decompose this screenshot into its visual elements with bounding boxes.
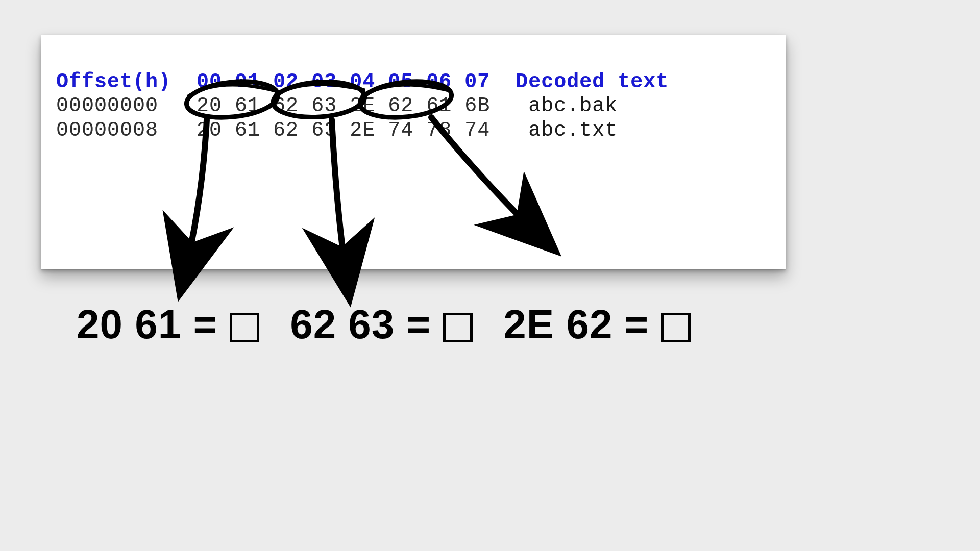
hex-byte: 63 [311,94,337,117]
hex-byte: 61 [235,94,260,117]
offset-cell: 00000000 [56,94,158,117]
hex-byte: 62 [388,94,413,117]
equation-1: 20 61 = [77,301,259,348]
placeholder-box-icon [661,313,691,342]
col-header: 01 [235,70,260,93]
col-header: 07 [464,70,490,93]
equation-lhs: 62 63 [290,302,395,347]
hex-byte: 63 [311,119,337,142]
placeholder-box-icon [443,313,473,342]
hex-byte: 62 [273,94,299,117]
equation-3: 2E 62 = [503,301,691,348]
hex-dump-panel: Offset(h) 00 01 02 03 04 05 06 07 Decode… [41,35,786,269]
decoded-header: Decoded text [516,70,669,93]
equations-row: 20 61 = 62 63 = 2E 62 = [77,301,691,348]
col-header: 00 [197,70,222,93]
col-header: 05 [388,70,413,93]
decoded-text: abc.bak [528,94,618,117]
equation-lhs: 2E 62 [503,302,612,347]
col-header: 03 [311,70,337,93]
hex-byte: 20 [197,94,222,117]
hex-byte: 6B [464,94,490,117]
diagram-stage: Offset(h) 00 01 02 03 04 05 06 07 Decode… [0,0,980,551]
hex-byte: 78 [426,119,452,142]
placeholder-box-icon [230,313,259,342]
hex-byte: 61 [235,119,260,142]
col-header: 02 [273,70,299,93]
hex-byte: 2E [350,94,375,117]
offset-header: Offset(h) [56,70,171,93]
col-header: 06 [426,70,452,93]
hex-byte: 74 [464,119,490,142]
col-header: 04 [350,70,375,93]
equation-lhs: 20 61 [77,302,181,347]
hex-byte: 2E [350,119,375,142]
hex-byte: 20 [197,119,222,142]
hex-byte: 74 [388,119,413,142]
hex-byte: 61 [426,94,452,117]
offset-cell: 00000008 [56,119,158,142]
hex-byte: 62 [273,119,299,142]
hex-dump-grid: Offset(h) 00 01 02 03 04 05 06 07 Decode… [56,46,669,166]
decoded-text: abc.txt [528,119,618,142]
equation-2: 62 63 = [290,301,473,348]
